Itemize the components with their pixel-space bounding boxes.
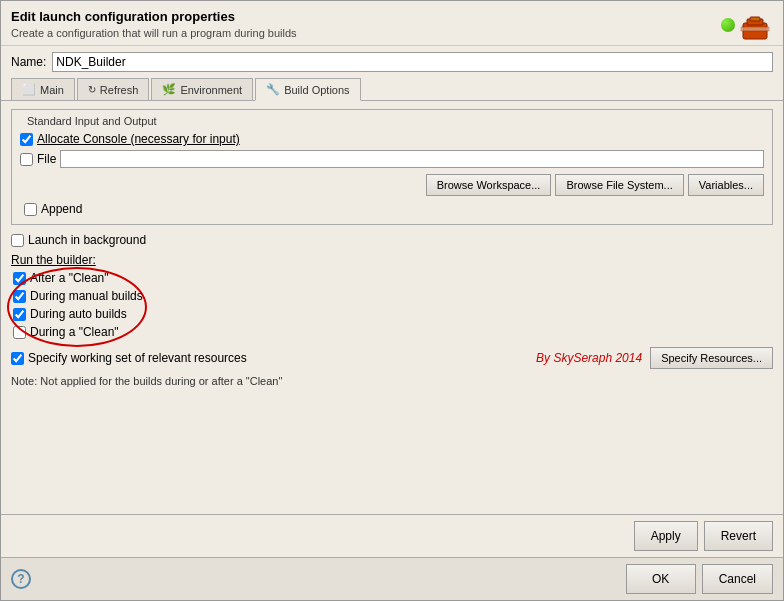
allocate-console-checkbox[interactable] [20,133,33,146]
ok-cancel-buttons: OK Cancel [626,564,773,594]
after-clean-row: After a "Clean" [13,271,773,285]
toolbox-icon [737,9,773,41]
during-manual-row: During manual builds [13,289,773,303]
build-options-tab-icon: 🔧 [266,83,280,96]
append-label: Append [41,202,82,216]
environment-tab-label: Environment [180,84,242,96]
during-auto-checkbox[interactable] [13,308,26,321]
launch-bg-row: Launch in background [11,233,773,247]
apply-revert-footer: Apply Revert [1,514,783,557]
specify-row: Specify working set of relevant resource… [11,347,773,369]
allocate-console-label: Allocate Console (necessary for input) [37,132,240,146]
note-text: Note: Not applied for the builds during … [11,375,773,387]
environment-tab-icon: 🌿 [162,83,176,96]
main-content: Standard Input and Output Allocate Conso… [1,101,783,514]
tab-build-options[interactable]: 🔧 Build Options [255,78,360,101]
tab-main[interactable]: ⬜ Main [11,78,75,100]
header-text: Edit launch configuration properties Cre… [11,9,297,39]
append-row: Append [20,202,764,216]
during-clean-row: During a "Clean" [13,325,773,339]
launch-background-label: Launch in background [28,233,146,247]
after-clean-label: After a "Clean" [30,271,109,285]
help-icon[interactable]: ? [11,569,31,589]
launch-background-checkbox[interactable] [11,234,24,247]
specify-working-set-label: Specify working set of relevant resource… [28,351,247,365]
apply-button[interactable]: Apply [634,521,698,551]
header-icon [721,9,773,41]
build-options-tab-label: Build Options [284,84,349,96]
specify-working-set-checkbox[interactable] [11,352,24,365]
file-label: File [37,152,56,166]
name-row: Name: [1,46,783,78]
variables-button[interactable]: Variables... [688,174,764,196]
run-builder-section: Run the builder: After a "Clean" During … [11,253,773,339]
status-dot-icon [721,18,735,32]
main-tab-icon: ⬜ [22,83,36,96]
during-manual-label: During manual builds [30,289,143,303]
dialog: Edit launch configuration properties Cre… [0,0,784,601]
refresh-tab-label: Refresh [100,84,139,96]
main-tab-label: Main [40,84,64,96]
file-input[interactable] [60,150,764,168]
allocate-console-row: Allocate Console (necessary for input) [20,132,764,146]
tabs-bar: ⬜ Main ↻ Refresh 🌿 Environment 🔧 Build O… [1,78,783,101]
refresh-tab-icon: ↻ [88,84,96,95]
revert-button[interactable]: Revert [704,521,773,551]
append-checkbox[interactable] [24,203,37,216]
during-manual-checkbox[interactable] [13,290,26,303]
dialog-subtitle: Create a configuration that will run a p… [11,27,297,39]
browse-file-system-button[interactable]: Browse File System... [555,174,683,196]
svg-rect-3 [741,27,769,31]
name-label: Name: [11,55,46,69]
dialog-title: Edit launch configuration properties [11,9,297,24]
during-auto-row: During auto builds [13,307,773,321]
standard-io-title: Standard Input and Output [24,115,160,127]
browse-buttons: Browse Workspace... Browse File System..… [20,174,764,196]
watermark-text: By SkySeraph 2014 [536,351,642,365]
file-checkbox[interactable] [20,153,33,166]
specify-right: By SkySeraph 2014 Specify Resources... [395,347,773,369]
builder-options: After a "Clean" During manual builds Dur… [11,271,773,339]
specify-resources-button[interactable]: Specify Resources... [650,347,773,369]
run-builder-label: Run the builder: [11,253,773,267]
tab-refresh[interactable]: ↻ Refresh [77,78,150,100]
after-clean-checkbox[interactable] [13,272,26,285]
name-input[interactable] [52,52,773,72]
dialog-header: Edit launch configuration properties Cre… [1,1,783,46]
ok-cancel-bar: ? OK Cancel [1,557,783,600]
file-row: File [20,150,764,168]
tab-environment[interactable]: 🌿 Environment [151,78,253,100]
ok-button[interactable]: OK [626,564,696,594]
standard-io-group: Standard Input and Output Allocate Conso… [11,109,773,225]
svg-rect-2 [750,17,760,21]
during-auto-label: During auto builds [30,307,127,321]
browse-workspace-button[interactable]: Browse Workspace... [426,174,552,196]
cancel-button[interactable]: Cancel [702,564,773,594]
during-clean-checkbox[interactable] [13,326,26,339]
during-clean-label: During a "Clean" [30,325,119,339]
